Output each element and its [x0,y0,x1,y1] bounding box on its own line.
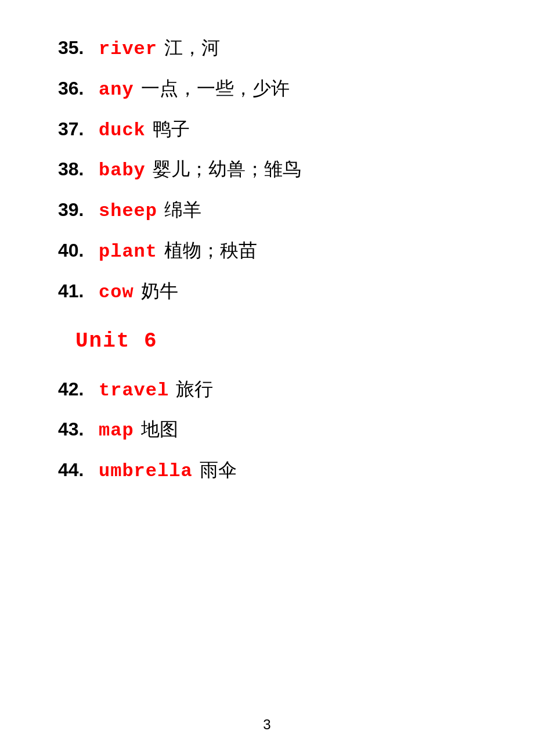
item-number: 38. [58,156,99,182]
item-number: 44. [58,457,99,483]
item-number: 40. [58,237,99,264]
item-chinese: 植物；秧苗 [164,237,257,264]
item-chinese: 江，河 [164,35,220,61]
item-number: 41. [58,278,99,304]
list-item: 41. cow 奶牛 [58,278,488,306]
list-item: 36. any 一点，一些，少许 [58,75,488,103]
item-number: 37. [58,116,99,142]
vocab-list-unit6: 42. travel 旅行 43. map 地图 44. umbrella 雨伞 [58,376,488,485]
vocab-list-unit5: 35. river 江，河 36. any 一点，一些，少许 37. duck … [58,35,488,306]
item-number: 42. [58,376,99,402]
item-english: plant [99,239,157,265]
item-number: 43. [58,416,99,442]
item-number: 39. [58,197,99,223]
item-number: 35. [58,35,99,61]
page-content: 35. river 江，河 36. any 一点，一些，少许 37. duck … [0,0,534,555]
item-english: baby [99,158,146,184]
item-chinese: 一点，一些，少许 [141,75,290,102]
list-item: 39. sheep 绵羊 [58,197,488,225]
item-english: sheep [99,199,157,225]
page-number: 3 [263,717,270,733]
list-item: 44. umbrella 雨伞 [58,457,488,485]
list-item: 43. map 地图 [58,416,488,444]
item-chinese: 地图 [141,416,178,442]
list-item: 37. duck 鸭子 [58,116,488,144]
list-item: 40. plant 植物；秧苗 [58,237,488,265]
item-english: cow [99,280,134,306]
item-chinese: 婴儿；幼兽；雏鸟 [153,156,301,182]
item-english: travel [99,378,169,404]
item-number: 36. [58,75,99,102]
item-chinese: 绵羊 [164,197,201,223]
list-item: 38. baby 婴儿；幼兽；雏鸟 [58,156,488,184]
item-english: any [99,77,134,103]
list-item: 42. travel 旅行 [58,376,488,404]
item-chinese: 雨伞 [200,457,237,483]
list-item: 35. river 江，河 [58,35,488,63]
item-chinese: 旅行 [176,376,213,402]
item-english: river [99,37,157,63]
item-english: map [99,418,134,444]
item-english: umbrella [99,459,193,485]
unit-heading: Unit 6 [58,329,488,353]
item-chinese: 奶牛 [141,278,178,304]
item-chinese: 鸭子 [153,116,190,142]
item-english: duck [99,118,146,144]
